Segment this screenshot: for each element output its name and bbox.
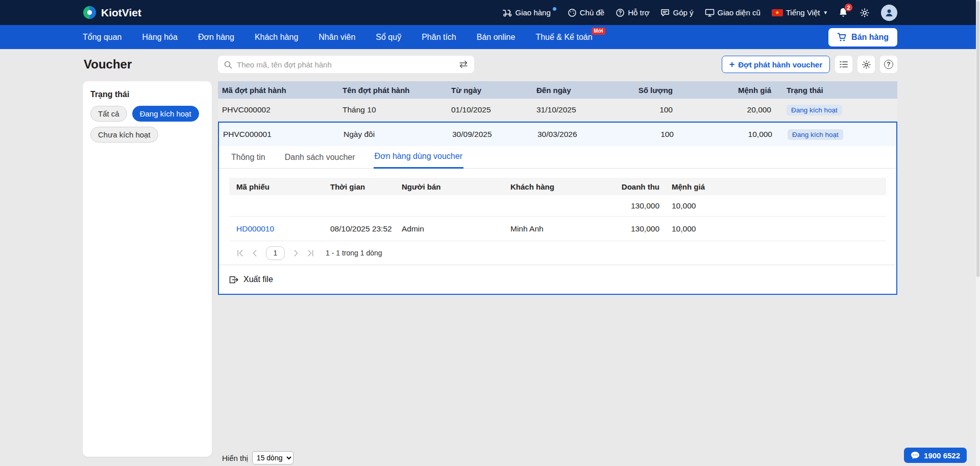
last-page-button[interactable] (307, 249, 314, 257)
plus-icon: + (729, 60, 735, 69)
orders-table-header: Mã phiếu Thời gian Người bán Khách hàng … (229, 178, 886, 195)
cell-quantity: 100 (627, 130, 680, 139)
nav-item-so-quy[interactable]: Sổ quỹ (376, 33, 401, 42)
topbar-item-feedback[interactable]: Góp ý (660, 8, 693, 17)
chat-icon (911, 451, 920, 459)
advanced-filter-icon[interactable] (458, 60, 469, 68)
filter-pill-inactive[interactable]: Chưa kích hoạt (90, 127, 158, 143)
cell-to-date: 31/10/2025 (532, 105, 626, 114)
cell-status: Đang kích hoạt (776, 105, 897, 115)
left-column: Voucher Trạng thái Tất cả Đang kích hoạt… (83, 56, 212, 464)
gear-icon (862, 60, 871, 69)
export-file-button[interactable]: Xuất file (219, 265, 896, 294)
help-button[interactable]: ? (880, 56, 897, 73)
tab-danh-sach-voucher[interactable]: Danh sách voucher (284, 153, 356, 168)
column-header: Mệnh giá (660, 182, 886, 191)
scrollbar-thumb[interactable] (976, 1, 979, 277)
topbar-item-label: Giao hàng (516, 8, 551, 17)
tab-thong-tin[interactable]: Thông tin (230, 153, 266, 168)
topbar-item-label: Hỗ trợ (628, 8, 649, 17)
table-row-phvc000001-selected[interactable]: PHVC000001 Ngày đôi 30/09/2025 30/03/202… (219, 123, 896, 146)
column-header: Từ ngày (447, 86, 532, 95)
new-badge: Mới (592, 28, 605, 35)
help-icon: ? (884, 60, 893, 69)
status-filter-pills: Tất cả Đang kích hoạt Chưa kích hoạt (90, 106, 204, 143)
tab-don-hang-dung-voucher[interactable]: Đơn hàng dùng voucher (374, 152, 463, 169)
cell-name: Tháng 10 (338, 105, 447, 114)
scrollbar[interactable] (976, 0, 980, 466)
topbar: KiotViet Giao hàng Chủ đề Hỗ trợ (0, 0, 980, 25)
cell-seller: Admin (395, 224, 503, 234)
orders-summary-row: 130,000 10,000 (229, 195, 886, 217)
nav-item-hang-hoa[interactable]: Hàng hóa (142, 33, 178, 42)
page-title: Voucher (84, 56, 212, 73)
topbar-item-support[interactable]: Hỗ trợ (616, 8, 649, 17)
nav-item-nhan-vien[interactable]: Nhân viên (318, 33, 355, 42)
cell-to-date: 30/03/2026 (533, 130, 627, 139)
sell-button[interactable]: Bán hàng (828, 28, 897, 46)
cell-name: Ngày đôi (339, 130, 448, 139)
topbar-item-theme[interactable]: Chủ đề (568, 8, 604, 17)
filter-pill-active[interactable]: Đang kích hoạt (132, 106, 199, 122)
hotline-button[interactable]: 1900 6522 (904, 448, 967, 463)
topbar-item-label: Giao diện cũ (718, 8, 761, 17)
summary-value: 10,000 (660, 201, 886, 211)
column-header: Doanh thu (604, 182, 660, 191)
cell-value: 20,000 (679, 105, 776, 114)
new-voucher-release-button[interactable]: + Đợt phát hành voucher (722, 56, 830, 73)
order-row-hd000010[interactable]: HD000010 08/10/2025 23:52 Admin Minh Anh… (229, 217, 886, 241)
cell-code: PHVC000001 (219, 130, 339, 139)
cell-revenue: 130,000 (604, 224, 660, 234)
cell-status: Đang kích hoạt (777, 129, 896, 140)
prev-page-button[interactable] (251, 249, 259, 257)
nav-item-don-hang[interactable]: Đơn hàng (198, 33, 234, 42)
column-header: Thời gian (323, 182, 395, 191)
nav-item-phan-tich[interactable]: Phân tích (422, 33, 456, 42)
language-selector[interactable]: ★ Tiếng Việt ▾ (772, 8, 827, 17)
toolbar-right: + Đợt phát hành voucher ? (722, 56, 897, 73)
brand-home-link[interactable]: KiotViet (83, 6, 141, 19)
notification-count-badge: 2 (844, 3, 853, 12)
nav-item-thue-ke-toan[interactable]: Thuế & Kế toán Mới (535, 33, 592, 42)
notifications-button[interactable]: 2 (838, 7, 848, 18)
feedback-icon (660, 9, 670, 17)
nav-item-tong-quan[interactable]: Tổng quan (83, 33, 122, 42)
delivery-notification-dot (553, 7, 556, 11)
main-nav: Tổng quan Hàng hóa Đơn hàng Khách hàng N… (0, 25, 980, 49)
status-badge: Đang kích hoạt (788, 129, 843, 140)
hotline-number: 1900 6522 (924, 451, 960, 460)
cell-order-code: HD000010 (229, 224, 323, 234)
summary-revenue: 130,000 (604, 201, 660, 211)
search-input[interactable] (237, 60, 454, 69)
nav-item-khach-hang[interactable]: Khách hàng (255, 33, 298, 42)
current-page-number[interactable]: 1 (266, 246, 285, 260)
export-icon (229, 275, 239, 284)
delivery-icon (502, 9, 512, 17)
user-avatar[interactable] (881, 5, 897, 21)
cell-quantity: 100 (626, 105, 679, 114)
topbar-item-label: Chủ đề (580, 8, 604, 17)
nav-item-ban-online[interactable]: Bán online (477, 33, 516, 42)
settings-button[interactable] (860, 8, 870, 18)
next-page-button[interactable] (292, 249, 300, 257)
language-label: Tiếng Việt (786, 8, 820, 17)
page-size-row: Hiển thị 15 dòng (218, 451, 897, 464)
first-page-button[interactable] (236, 249, 244, 257)
topbar-item-old-ui[interactable]: Giao diện cũ (705, 8, 761, 17)
search-icon (224, 60, 232, 69)
column-header: Mã đợt phát hành (218, 86, 338, 95)
filter-pill-all[interactable]: Tất cả (90, 106, 127, 122)
table-row-phvc000002[interactable]: PHVC000002 Tháng 10 01/10/2025 31/10/202… (218, 99, 897, 122)
column-header: Số lượng (626, 86, 679, 95)
page-size-select[interactable]: 15 dòng (252, 451, 293, 464)
kiotviet-logo-icon (83, 6, 96, 19)
column-settings-button[interactable] (835, 56, 852, 73)
column-header: Mệnh giá (679, 86, 776, 95)
topbar-right: Giao hàng Chủ đề Hỗ trợ Góp ý (502, 5, 897, 21)
order-link[interactable]: HD000010 (236, 224, 274, 233)
cell-value: 10,000 (680, 130, 777, 139)
sell-button-label: Bán hàng (851, 33, 889, 42)
topbar-item-delivery[interactable]: Giao hàng (502, 8, 556, 17)
page-settings-button[interactable] (857, 56, 875, 73)
cell-customer: Minh Anh (503, 224, 604, 234)
